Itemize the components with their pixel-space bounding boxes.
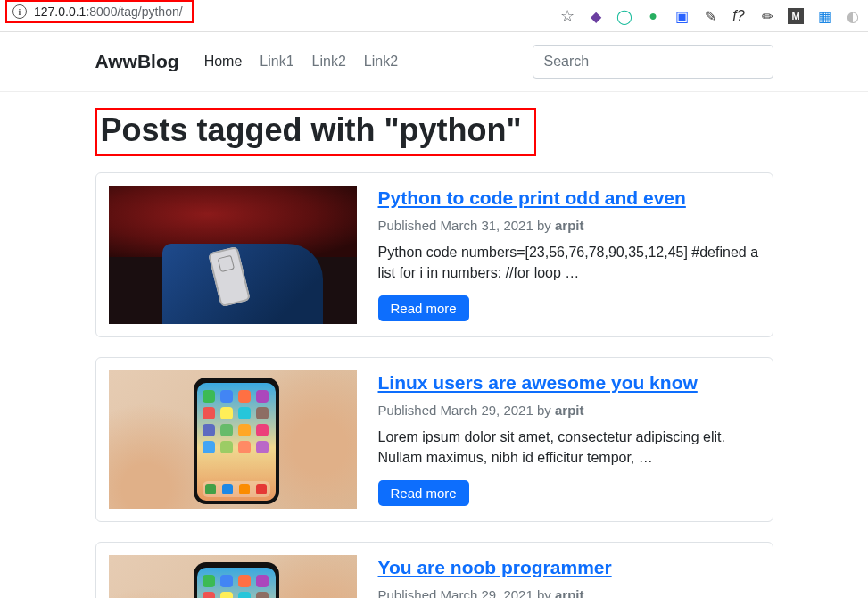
post-card: You are noob programmer Published March … xyxy=(95,542,773,598)
post-author[interactable]: arpit xyxy=(555,403,584,418)
read-more-button[interactable]: Read more xyxy=(378,295,469,321)
post-thumbnail[interactable] xyxy=(109,186,357,324)
extension-icon[interactable]: M xyxy=(788,8,804,24)
post-meta: Published March 29, 2021 by arpit xyxy=(378,587,760,598)
url-path: /tag/python/ xyxy=(117,4,182,19)
url-highlight-box: i 127.0.0.1:8000/tag/python/ xyxy=(5,0,194,23)
read-more-button[interactable]: Read more xyxy=(378,480,469,506)
bookmark-star-icon[interactable]: ☆ xyxy=(559,8,575,24)
published-label: Published xyxy=(378,403,441,418)
post-title-link[interactable]: Linux users are awesome you know xyxy=(378,372,760,394)
post-meta: Published March 31, 2021 by arpit xyxy=(378,218,760,233)
site-info-icon[interactable]: i xyxy=(12,4,27,19)
extension-icon[interactable]: ▣ xyxy=(674,8,690,24)
extension-icon[interactable]: ◯ xyxy=(616,8,632,24)
extension-icon[interactable]: f? xyxy=(731,8,747,24)
search-input[interactable] xyxy=(533,45,773,79)
extension-icon[interactable]: ● xyxy=(645,8,661,24)
post-card: Linux users are awesome you know Publish… xyxy=(95,357,773,522)
by-label: by xyxy=(533,403,555,418)
nav-link-link2[interactable]: Link2 xyxy=(312,54,346,70)
main-navbar: AwwBlog Home Link1 Link2 Link2 xyxy=(0,32,868,92)
post-date: March 29, 2021 xyxy=(441,587,533,598)
published-label: Published xyxy=(378,218,441,233)
url-host: 127.0.0.1 xyxy=(34,4,86,19)
extension-icon[interactable]: ▦ xyxy=(816,8,832,24)
post-author[interactable]: arpit xyxy=(555,587,584,598)
extension-icon[interactable]: ◐ xyxy=(845,8,861,24)
nav-link-link1[interactable]: Link1 xyxy=(260,54,293,70)
nav-link-link2b[interactable]: Link2 xyxy=(364,54,398,70)
url-port: :8000 xyxy=(86,4,117,19)
nav-links: Home Link1 Link2 Link2 xyxy=(204,54,398,70)
by-label: by xyxy=(533,587,555,598)
post-author[interactable]: arpit xyxy=(555,218,584,233)
post-title-link[interactable]: You are noob programmer xyxy=(378,557,760,578)
post-date: March 31, 2021 xyxy=(441,218,533,233)
post-thumbnail[interactable] xyxy=(109,370,357,509)
post-meta: Published March 29, 2021 by arpit xyxy=(378,403,760,418)
nav-link-home[interactable]: Home xyxy=(204,54,243,70)
extension-icon[interactable]: ✎ xyxy=(702,8,718,24)
browser-address-bar: i 127.0.0.1:8000/tag/python/ ☆ ◆ ◯ ● ▣ ✎… xyxy=(0,0,868,32)
post-date: March 29, 2021 xyxy=(441,403,533,418)
extension-icon[interactable]: ◆ xyxy=(588,8,604,24)
by-label: by xyxy=(533,218,555,233)
post-excerpt: Lorem ipsum dolor sit amet, consectetur … xyxy=(378,427,760,468)
page-title: Posts tagged with "python" xyxy=(95,108,536,156)
browser-toolbar-right: ☆ ◆ ◯ ● ▣ ✎ f? ✏ M ▦ ◐ xyxy=(559,0,861,32)
url-text[interactable]: 127.0.0.1:8000/tag/python/ xyxy=(34,4,183,19)
post-excerpt: Python code numbers=[23,56,76,78,90,35,1… xyxy=(378,242,760,283)
post-card: Python to code print odd and even Publis… xyxy=(95,172,773,337)
extension-icon[interactable]: ✏ xyxy=(759,8,775,24)
post-title-link[interactable]: Python to code print odd and even xyxy=(378,187,760,209)
post-thumbnail[interactable] xyxy=(109,555,357,598)
brand-logo[interactable]: AwwBlog xyxy=(95,51,179,72)
published-label: Published xyxy=(378,587,441,598)
